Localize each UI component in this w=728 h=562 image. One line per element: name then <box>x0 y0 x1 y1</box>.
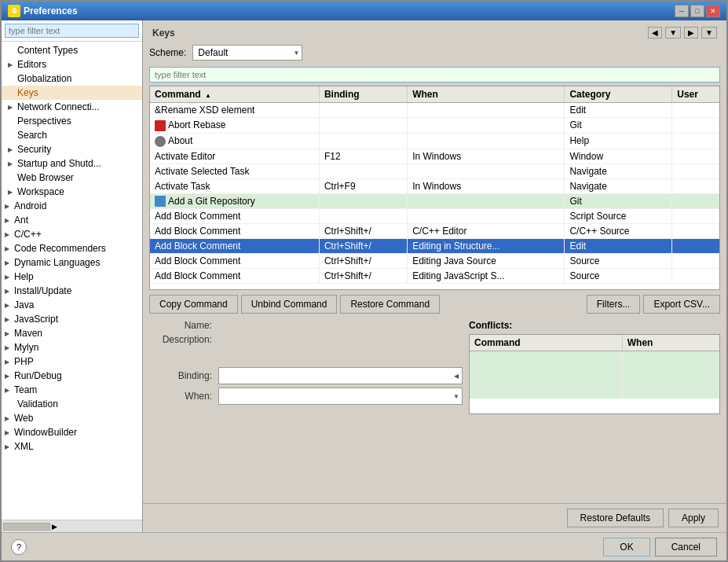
main-content: Content Types ▶ Editors Globalization Ke… <box>2 20 726 532</box>
sidebar-item-mylyn[interactable]: ▶ Mylyn <box>2 340 142 354</box>
cell-user <box>672 269 719 284</box>
sidebar-item-cpp[interactable]: ▶ C/C++ <box>2 227 142 241</box>
col-command[interactable]: Command ▲ <box>150 86 319 103</box>
cell-command: Activate Editor <box>150 149 319 163</box>
cell-when: Editing Java Source <box>408 254 565 269</box>
cell-command: &Rename XSD element <box>150 103 319 118</box>
sidebar-filter-input[interactable] <box>5 24 139 38</box>
col-user[interactable]: User <box>672 86 719 103</box>
table-row[interactable]: Add Block Comment Ctrl+Shift+/ Editing J… <box>150 269 719 284</box>
table-row[interactable]: Activate Task Ctrl+F9 In Windows Navigat… <box>150 178 719 193</box>
tree-label: Web Browser <box>17 172 74 183</box>
cell-binding: Ctrl+Shift+/ <box>319 254 407 269</box>
sidebar-item-php[interactable]: ▶ PHP <box>2 354 142 369</box>
scroll-right-arrow[interactable]: ▶ <box>52 523 57 531</box>
name-row: Name: <box>149 320 463 331</box>
copy-command-button[interactable]: Copy Command <box>149 295 238 314</box>
cell-when <box>408 103 565 118</box>
cell-binding <box>319 163 407 178</box>
nav-dropdown-button[interactable]: ▼ <box>665 27 681 39</box>
details-right: Conflicts: Command When <box>469 320 720 414</box>
table-row[interactable]: Activate Editor F12 In Windows Window <box>150 149 719 163</box>
back-button[interactable]: ◀ <box>648 27 662 39</box>
cell-user <box>672 209 719 224</box>
sidebar-item-workspace[interactable]: ▶ Workspace <box>2 185 142 199</box>
minimize-button[interactable]: ─ <box>675 5 689 17</box>
sidebar-item-maven[interactable]: ▶ Maven <box>2 326 142 340</box>
sidebar-item-content-types[interactable]: Content Types <box>2 43 142 57</box>
sidebar-item-windowbuilder[interactable]: ▶ WindowBuilder <box>2 425 142 439</box>
scheme-label: Scheme: <box>149 47 186 58</box>
col-when[interactable]: When <box>408 86 565 103</box>
cell-command: About <box>150 133 319 149</box>
sidebar-item-java[interactable]: ▶ Java <box>2 298 142 312</box>
export-csv-button[interactable]: Export CSV... <box>643 295 720 314</box>
close-button[interactable]: ✕ <box>706 5 720 17</box>
tree-label: Globalization <box>17 73 71 84</box>
sidebar-item-dynamic-languages[interactable]: ▶ Dynamic Languages <box>2 255 142 270</box>
unbind-command-button[interactable]: Unbind Command <box>241 295 338 314</box>
abort-rebase-icon <box>155 120 166 131</box>
cell-binding: Ctrl+Shift+/ <box>319 239 407 254</box>
expand-arrow: ▶ <box>5 344 13 351</box>
sidebar-item-validation[interactable]: Validation <box>2 397 142 411</box>
table-row[interactable]: Abort Rebase Git <box>150 118 719 134</box>
tree-label: Network Connecti... <box>17 101 100 112</box>
sidebar-item-web-browser[interactable]: Web Browser <box>2 171 142 185</box>
binding-input[interactable]: ◀ <box>218 367 463 384</box>
sidebar-item-help[interactable]: ▶ Help <box>2 270 142 284</box>
sidebar-item-search[interactable]: Search <box>2 128 142 142</box>
table-row[interactable]: Add Block Comment Ctrl+Shift+/ C/C++ Edi… <box>150 224 719 239</box>
sidebar-item-ant[interactable]: ▶ Ant <box>2 213 142 227</box>
tree-label: Team <box>14 384 37 395</box>
tree-label: Mylyn <box>14 342 38 353</box>
tree-label: Validation <box>17 399 58 410</box>
sidebar-item-team[interactable]: ▶ Team <box>2 383 142 397</box>
tree-label: Dynamic Languages <box>14 257 100 268</box>
sidebar-horizontal-scrollbar[interactable]: ▶ <box>2 520 142 532</box>
forward-button[interactable]: ▶ <box>684 27 698 39</box>
sidebar-item-javascript[interactable]: ▶ JavaScript <box>2 312 142 326</box>
expand-arrow: ▶ <box>5 217 13 224</box>
sidebar-item-code-recommenders[interactable]: ▶ Code Recommenders <box>2 241 142 255</box>
sidebar-item-network[interactable]: ▶ Network Connecti... <box>2 100 142 114</box>
tree-label: Content Types <box>17 45 78 56</box>
keys-filter-input[interactable] <box>149 67 720 83</box>
help-button[interactable]: ? <box>11 539 27 555</box>
expand-arrow: ▶ <box>8 61 16 68</box>
filters-button[interactable]: Filters... <box>587 295 641 314</box>
table-row[interactable]: &Rename XSD element Edit <box>150 103 719 118</box>
restore-command-button[interactable]: Restore Command <box>340 295 440 314</box>
sidebar-item-perspectives[interactable]: Perspectives <box>2 114 142 128</box>
ok-button[interactable]: OK <box>603 538 649 556</box>
sidebar-item-rundebug[interactable]: ▶ Run/Debug <box>2 369 142 383</box>
table-row[interactable]: Activate Selected Task Navigate <box>150 163 719 178</box>
sidebar-item-xml[interactable]: ▶ XML <box>2 439 142 454</box>
nav-menu-button[interactable]: ▼ <box>701 27 717 39</box>
sidebar-item-install[interactable]: ▶ Install/Update <box>2 284 142 298</box>
table-scroll-wrapper[interactable]: Command ▲ Binding When Category User &Re… <box>150 86 719 289</box>
description-label: Description: <box>149 334 212 345</box>
keys-table-container: Command ▲ Binding When Category User &Re… <box>149 86 720 290</box>
sidebar-item-security[interactable]: ▶ Security <box>2 142 142 156</box>
maximize-button[interactable]: □ <box>690 5 704 17</box>
table-row[interactable]: About Help <box>150 133 719 149</box>
col-category[interactable]: Category <box>565 86 672 103</box>
sidebar-item-android[interactable]: ▶ Android <box>2 199 142 213</box>
sidebar-item-keys[interactable]: Keys <box>2 86 142 100</box>
restore-defaults-button[interactable]: Restore Defaults <box>567 509 664 527</box>
when-select[interactable] <box>218 388 463 405</box>
cell-command: Add Block Comment <box>150 224 319 239</box>
table-row[interactable]: Add Block Comment Script Source <box>150 209 719 224</box>
col-binding[interactable]: Binding <box>319 86 407 103</box>
scheme-select[interactable]: Default <box>192 45 302 61</box>
cancel-button[interactable]: Cancel <box>655 538 717 556</box>
sidebar-item-globalization[interactable]: Globalization <box>2 72 142 86</box>
sidebar-item-editors[interactable]: ▶ Editors <box>2 57 142 72</box>
sidebar-item-startup[interactable]: ▶ Startup and Shutd... <box>2 156 142 171</box>
table-row[interactable]: Add Block Comment Ctrl+Shift+/ Editing i… <box>150 239 719 254</box>
table-row[interactable]: Add Block Comment Ctrl+Shift+/ Editing J… <box>150 254 719 269</box>
sidebar-item-web[interactable]: ▶ Web <box>2 411 142 425</box>
table-row[interactable]: Add a Git Repository Git <box>150 193 719 209</box>
apply-button[interactable]: Apply <box>668 509 719 527</box>
